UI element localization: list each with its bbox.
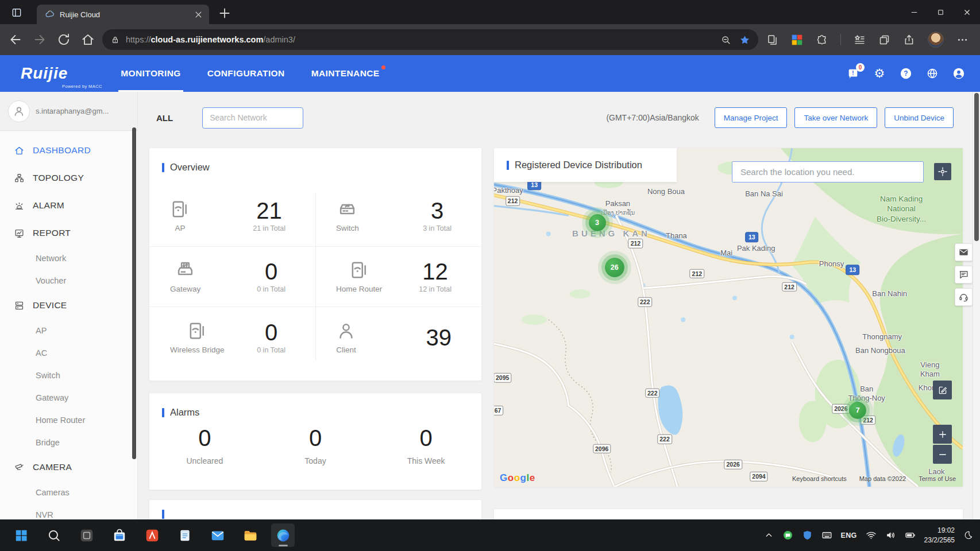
store-taskbar-button[interactable] [107, 523, 131, 547]
start-taskbar-button[interactable] [9, 523, 33, 547]
taskbar-search-taskbar-button[interactable] [42, 523, 65, 547]
search-icon[interactable] [287, 113, 297, 123]
back-icon[interactable] [8, 32, 23, 47]
overview-stat-wireless-bridge[interactable]: Wireless Bridge00 in Total [149, 307, 315, 368]
extensions-puzzle-icon[interactable] [816, 34, 828, 46]
shield-icon[interactable] [802, 530, 813, 541]
overview-stat-home-router[interactable]: Home Router1212 in Total [315, 247, 481, 308]
sidebar-item-bridge[interactable]: Bridge [0, 431, 137, 453]
more-menu-icon[interactable] [956, 34, 969, 46]
app-red-taskbar-button[interactable] [140, 523, 164, 547]
map-edit-button[interactable] [933, 381, 952, 399]
collections-icon[interactable] [878, 34, 890, 46]
map-zoom-in-button[interactable] [933, 425, 952, 444]
sidebar-item-network[interactable]: Network [0, 247, 137, 269]
page-scrollbar-thumb[interactable] [974, 93, 979, 241]
sidebar-item-report[interactable]: REPORT [0, 219, 137, 247]
close-window-button[interactable] [954, 0, 980, 24]
favorite-star-icon[interactable] [739, 34, 750, 45]
map-attribution-link[interactable]: Map data ©2022 [859, 475, 906, 482]
taskbar-clock[interactable]: 19:0223/2/2565 [924, 526, 955, 545]
device-cluster-marker[interactable]: 7 [849, 402, 866, 419]
sidebar-item-device[interactable]: DEVICE [0, 292, 137, 319]
map-zoom-out-button[interactable] [933, 445, 952, 464]
touch-keyboard-icon[interactable] [821, 530, 832, 541]
google-icon[interactable] [791, 34, 803, 46]
alarm-stat-this-week[interactable]: 0This Week [371, 426, 481, 465]
device-cluster-marker[interactable]: 26 [605, 258, 624, 277]
overview-stat-ap[interactable]: AP2121 in Total [149, 186, 315, 247]
account-icon[interactable] [952, 67, 965, 80]
url-field[interactable]: https://cloud-as.ruijienetworks.com/admi… [102, 29, 758, 50]
overview-stat-client[interactable]: Client39 [315, 307, 481, 368]
nav-tab-maintenance[interactable]: MAINTENANCE [311, 55, 380, 92]
close-icon[interactable] [194, 10, 203, 20]
manage-project-button[interactable]: Manage Project [715, 107, 788, 128]
language-indicator[interactable]: ENG [841, 531, 857, 540]
sidebar-item-switch[interactable]: Switch [0, 364, 137, 386]
favorites-bar-icon[interactable] [854, 34, 866, 46]
sidebar-item-alarm[interactable]: ALARM [0, 192, 137, 219]
nav-tab-configuration[interactable]: CONFIGURATION [207, 55, 285, 92]
sidebar-item-gateway[interactable]: Gateway [0, 386, 137, 409]
sidebar-item-dashboard[interactable]: DASHBOARD [0, 137, 137, 164]
sidebar-item-voucher[interactable]: Voucher [0, 269, 137, 292]
volume-icon[interactable] [885, 530, 896, 541]
tray-chevron-icon[interactable] [764, 530, 774, 540]
help-icon[interactable]: ? [900, 67, 912, 80]
new-tab-button[interactable] [217, 6, 232, 21]
network-filter-dropdown[interactable]: ALL [156, 113, 185, 123]
sidebar-item-camera[interactable]: CAMERA [0, 453, 137, 481]
nav-tab-monitoring[interactable]: MONITORING [121, 55, 180, 92]
sidebar-item-cameras[interactable]: Cameras [0, 481, 137, 503]
sidebar-item-ap[interactable]: AP [0, 319, 137, 342]
map-locate-button[interactable] [934, 163, 951, 180]
sidebar-item-nvr[interactable]: NVR [0, 503, 137, 519]
home-icon[interactable] [80, 32, 95, 47]
device-cluster-marker[interactable]: 3 [589, 214, 606, 231]
sidebar-item-topology[interactable]: TOPOLOGY [0, 164, 137, 192]
mail-app-taskbar-button[interactable] [206, 523, 229, 547]
share-icon[interactable] [903, 34, 915, 46]
tab-actions-button[interactable] [6, 3, 28, 22]
pages-icon[interactable] [766, 34, 778, 46]
wifi-icon[interactable] [866, 530, 877, 541]
notification-icon[interactable]: !0 [847, 67, 859, 80]
forward-icon[interactable] [32, 32, 47, 47]
refresh-icon[interactable] [56, 32, 71, 47]
teams-chat-icon[interactable] [782, 530, 793, 541]
unbind-device-button[interactable]: Unbind Device [885, 107, 954, 128]
sidebar-item-ac[interactable]: AC [0, 342, 137, 364]
google-logo[interactable]: Google [500, 472, 535, 484]
minimize-window-button[interactable] [901, 0, 927, 24]
maximize-window-button[interactable] [927, 0, 954, 24]
search-network-input[interactable] [209, 112, 287, 123]
zoom-out-icon[interactable] [720, 34, 731, 45]
alarm-stat-uncleared[interactable]: 0Uncleared [149, 426, 260, 465]
map-attribution-link[interactable]: Keyboard shortcuts [792, 475, 847, 482]
profile-avatar[interactable] [928, 32, 944, 48]
page-scrollbar[interactable] [973, 92, 980, 519]
overview-stat-gateway[interactable]: Gateway00 in Total [149, 247, 315, 308]
user-account-row[interactable]: s.intaraphanya@gm... [0, 92, 137, 131]
edge-taskbar-button[interactable] [271, 523, 295, 547]
alarm-stat-today[interactable]: 0Today [260, 426, 371, 465]
notepad-taskbar-button[interactable] [173, 523, 196, 547]
overview-stat-switch[interactable]: Switch33 in Total [315, 186, 481, 247]
globe-icon[interactable] [926, 67, 939, 80]
take-over-network-button[interactable]: Take over Network [794, 107, 877, 128]
browser-tab[interactable]: Ruijie Cloud [37, 5, 209, 24]
battery-icon[interactable] [905, 530, 916, 541]
notification-moon-icon[interactable] [963, 530, 973, 540]
app-dark-taskbar-button[interactable] [75, 523, 98, 547]
support-headset-widget[interactable] [955, 288, 973, 306]
chat-widget[interactable] [955, 266, 973, 284]
file-explorer-taskbar-button[interactable] [238, 523, 262, 547]
map-search-input[interactable] [739, 166, 916, 177]
sidebar-scrollbar[interactable] [132, 127, 136, 459]
sidebar-item-home-router[interactable]: Home Router [0, 409, 137, 431]
mail-widget[interactable] [955, 243, 973, 261]
tab-actions-icon[interactable] [11, 7, 22, 18]
settings-gear-icon[interactable]: ⚙ [873, 67, 886, 80]
map-attribution-link[interactable]: Terms of Use [919, 475, 956, 482]
